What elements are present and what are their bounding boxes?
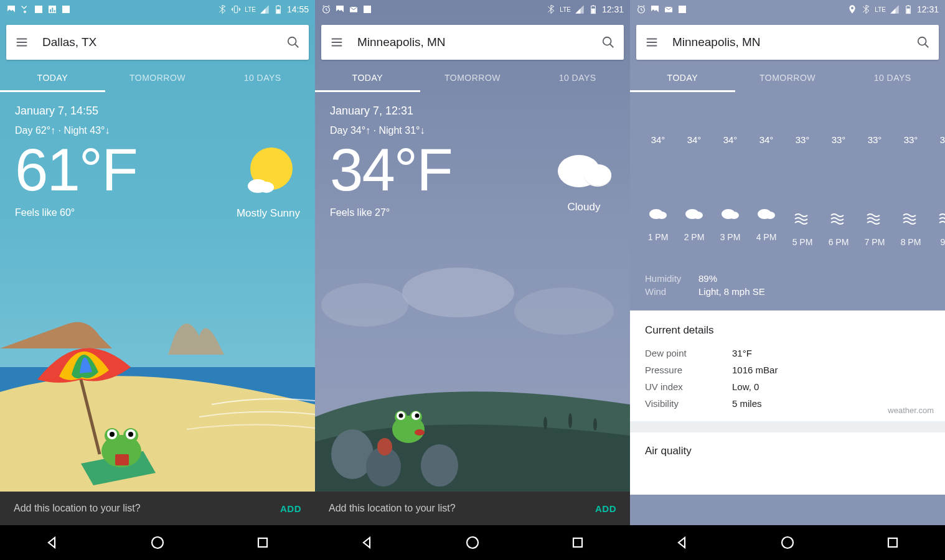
summary-block: Humidity89% WindLight, 8 mph SE xyxy=(630,261,945,310)
hour-col[interactable]: 32°9 P xyxy=(929,134,945,247)
svg-point-55 xyxy=(568,413,572,428)
status-bar: LTE 12:31 xyxy=(315,0,630,19)
back-icon[interactable] xyxy=(45,535,60,550)
svg-point-54 xyxy=(543,417,547,429)
status-time: 12:31 xyxy=(917,4,939,14)
add-button[interactable]: ADD xyxy=(595,503,616,514)
svg-point-15 xyxy=(259,182,274,193)
search-icon[interactable] xyxy=(916,35,930,49)
hourly-forecast[interactable]: 34°1 PM34°2 PM34°3 PM34°4 PM33°5 PM33°6 … xyxy=(630,92,945,261)
svg-point-75 xyxy=(765,212,775,219)
cloud-icon xyxy=(748,205,784,222)
fog-icon xyxy=(784,210,820,227)
svg-point-73 xyxy=(729,212,739,219)
hour-col[interactable]: 34°2 PM xyxy=(676,134,712,247)
battery-icon xyxy=(588,4,598,14)
fog-icon xyxy=(857,210,893,227)
wind-key: Wind xyxy=(645,286,698,297)
photo-icon xyxy=(650,4,660,14)
hour-col[interactable]: 34°4 PM xyxy=(748,134,784,247)
location-text: Minneapolis, MN xyxy=(672,35,916,49)
tab-today[interactable]: TODAY xyxy=(0,63,105,92)
hour-col[interactable]: 33°7 PM xyxy=(857,134,893,247)
hamburger-icon[interactable] xyxy=(330,35,344,49)
svg-rect-33 xyxy=(593,5,595,6)
detail-val: Low, 0 xyxy=(732,381,759,392)
svg-point-18 xyxy=(101,435,141,467)
detail-row: UV indexLow, 0 xyxy=(645,381,930,392)
location-icon xyxy=(847,4,857,14)
hour-col[interactable]: 33°8 PM xyxy=(893,134,929,247)
hamburger-icon[interactable] xyxy=(15,35,29,49)
add-prompt: Add this location to your list? xyxy=(329,503,456,514)
svg-point-40 xyxy=(402,268,514,317)
range-line: Day 62°↑ · Night 43°↓ xyxy=(15,125,300,136)
status-bar: LTE 12:31 xyxy=(630,0,945,19)
bluetooth-icon xyxy=(217,4,227,14)
svg-rect-65 xyxy=(908,5,910,6)
feels-like: Feels like 27° xyxy=(330,207,452,218)
hour-temp: 34° xyxy=(748,134,784,145)
home-icon[interactable] xyxy=(780,535,795,550)
nav-bar xyxy=(630,525,945,560)
search-icon[interactable] xyxy=(601,35,615,49)
back-icon[interactable] xyxy=(360,535,375,550)
recent-icon[interactable] xyxy=(885,535,900,550)
hour-temp: 34° xyxy=(640,134,676,145)
photo-icon xyxy=(6,4,16,14)
add-button[interactable]: ADD xyxy=(280,503,301,514)
back-icon[interactable] xyxy=(675,535,690,550)
svg-rect-7 xyxy=(62,6,70,13)
details-title: Current details xyxy=(645,324,930,337)
recent-icon[interactable] xyxy=(570,535,585,550)
detail-val: 5 miles xyxy=(732,398,762,409)
search-icon[interactable] xyxy=(286,35,300,49)
tab-10days[interactable]: 10 DAYS xyxy=(210,63,315,92)
screen-minneapolis-details: LTE 12:31 Minneapolis, MN TODAY TOMORROW… xyxy=(630,0,945,560)
recent-icon[interactable] xyxy=(255,535,270,550)
hour-label: 4 PM xyxy=(748,232,784,242)
tab-tomorrow[interactable]: TOMORROW xyxy=(105,63,210,92)
hour-temp: 33° xyxy=(857,134,893,145)
hill-scene xyxy=(315,268,630,492)
hour-col[interactable]: 33°5 PM xyxy=(784,134,820,247)
svg-rect-62 xyxy=(679,6,686,13)
hour-label: 8 PM xyxy=(893,237,929,247)
add-prompt: Add this location to your list? xyxy=(14,503,141,514)
home-icon[interactable] xyxy=(150,535,165,550)
hour-col[interactable]: 33°6 PM xyxy=(820,134,857,247)
tab-today[interactable]: TODAY xyxy=(315,63,420,92)
hamburger-icon[interactable] xyxy=(645,35,659,49)
svg-rect-27 xyxy=(258,538,267,547)
hour-col[interactable]: 34°3 PM xyxy=(712,134,748,247)
humidity-key: Humidity xyxy=(645,273,698,284)
source-label: weather.com xyxy=(888,406,934,415)
signal-icon xyxy=(890,4,900,14)
tab-tomorrow[interactable]: TOMORROW xyxy=(735,63,840,92)
svg-line-17 xyxy=(81,380,100,454)
detail-key: UV index xyxy=(645,381,732,392)
svg-rect-8 xyxy=(235,6,238,13)
location-text: Minneapolis, MN xyxy=(357,35,601,49)
feels-like: Feels like 60° xyxy=(15,207,137,218)
tab-tomorrow[interactable]: TOMORROW xyxy=(420,63,525,92)
search-bar[interactable]: Minneapolis, MN xyxy=(636,25,939,60)
lte-label: LTE xyxy=(875,6,886,13)
fog-icon xyxy=(893,210,929,227)
svg-point-39 xyxy=(321,283,408,327)
air-title: Air quality xyxy=(645,445,930,457)
search-bar[interactable]: Dallas, TX xyxy=(6,25,309,60)
search-bar[interactable]: Minneapolis, MN xyxy=(321,25,624,60)
add-location-bar: Add this location to your list? ADD xyxy=(315,492,630,525)
condition-label: Cloudy xyxy=(553,201,615,213)
tab-today[interactable]: TODAY xyxy=(630,63,735,92)
tab-10days[interactable]: 10 DAYS xyxy=(525,63,630,92)
tab-10days[interactable]: 10 DAYS xyxy=(840,63,945,92)
svg-point-56 xyxy=(593,418,597,431)
hour-temp: 34° xyxy=(712,134,748,145)
home-icon[interactable] xyxy=(465,535,480,550)
lte-label: LTE xyxy=(245,6,256,13)
hour-col[interactable]: 34°1 PM xyxy=(640,134,676,247)
fog-icon xyxy=(820,210,857,227)
svg-point-53 xyxy=(377,438,392,455)
